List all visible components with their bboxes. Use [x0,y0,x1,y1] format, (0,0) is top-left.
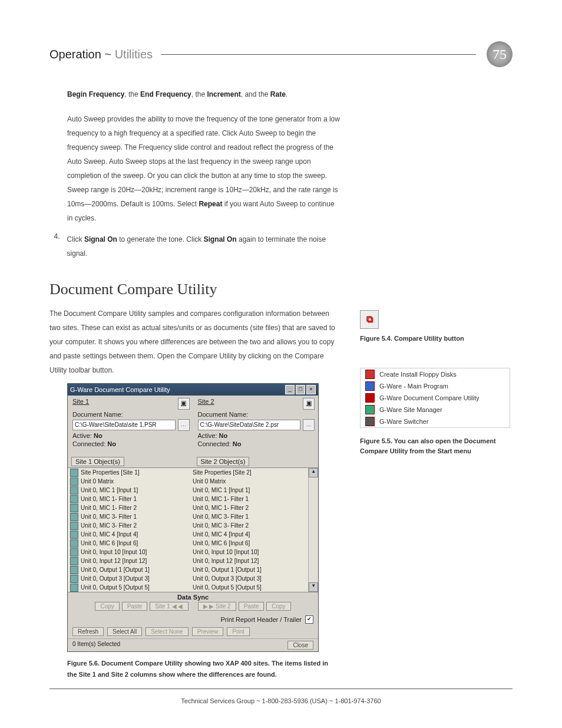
list-item[interactable]: Unit 0, Output 5 [Output 5] [68,583,190,592]
site2-objects-button[interactable]: Site 2 Object(s) [197,457,250,466]
site2-path-field[interactable]: C:\G-Ware\SiteData\Site 2.psr [198,420,301,430]
list-label: Unit 0, Input 10 [Input 10] [193,549,259,555]
list-item[interactable]: Unit 0, MIC 1- Filter 1 [68,495,190,503]
select-all-button[interactable]: Select All [107,627,142,636]
auto-sweep-paragraph: Auto Sweep provides the ability to move … [67,112,341,225]
list-item[interactable]: Unit 0, MIC 3- Filter 2 [190,521,308,530]
list-label: Unit 0, MIC 1 [Input 1] [193,487,250,493]
list-item[interactable]: Unit 0, Output 3 [Output 3] [68,574,190,583]
start-menu-item[interactable]: G-Ware - Main Program [361,380,510,392]
list-item[interactable]: Unit 0, Input 12 [Input 12] [68,556,190,565]
list-label: Unit 0, MIC 4 [Input 4] [193,531,250,538]
list-item[interactable]: Unit 0, MIC 6 [Input 6] [68,539,190,548]
list-item[interactable]: Unit 0, MIC 1 [Input 1] [190,486,308,495]
site2-open-icon[interactable]: ▣ [303,398,315,410]
list-item[interactable]: Unit 0, MIC 4 [Input 4] [190,530,308,539]
list-item[interactable]: Unit 0, MIC 1 [Input 1] [68,486,190,495]
site2-browse-button[interactable]: … [303,419,315,431]
minimize-button[interactable]: _ [285,385,295,394]
site2-objects-list[interactable]: Site Properties [Site 2]Unit 0 MatrixUni… [190,468,308,592]
site2-docname-label: Document Name: [198,411,315,418]
list-item[interactable]: Unit 0, MIC 3- Filter 1 [68,512,190,521]
to-site1-button[interactable]: Site 1 ◀ ◀ [150,602,188,611]
start-menu-label: G-Ware Switcher [379,418,428,425]
list-item[interactable]: Unit 0, Input 12 [Input 12] [190,556,308,565]
list-label: Unit 0, MIC 3- Filter 1 [81,513,137,520]
site1-browse-button[interactable]: … [178,419,190,431]
list-label: Unit 0, MIC 1- Filter 1 [193,496,249,502]
start-menu-item[interactable]: Create Install Floppy Disks [361,368,510,380]
section-heading: Document Compare Utility [49,281,341,298]
list-item[interactable]: Unit 0, Input 10 [Input 10] [68,548,190,556]
start-menu-snippet: Create Install Floppy DisksG-Ware - Main… [360,368,510,428]
list-item[interactable]: Unit 0 Matrix [190,477,308,486]
start-menu-label: G-Ware Document Compare Utility [379,394,480,401]
copy-left-button[interactable]: Copy [95,602,119,611]
list-item[interactable]: Unit 0, MIC 1- Filter 2 [190,503,308,512]
start-menu-item[interactable]: G-Ware Switcher [361,416,510,427]
footer-rule [49,689,513,689]
list-label: Unit 0, MIC 3- Filter 1 [193,513,249,520]
list-item[interactable]: Unit 0, MIC 3- Filter 1 [190,512,308,521]
scroll-up-icon[interactable]: ▲ [309,468,318,477]
list-item[interactable]: Unit 0, Output 1 [Output 1] [68,565,190,574]
data-sync-label: Data Sync [68,592,318,601]
list-label: Unit 0, MIC 4 [Input 4] [81,531,138,538]
list-item[interactable]: Unit 0, Input 10 [Input 10] [190,548,308,556]
site2-active-value: No [219,432,228,439]
site1-path-field[interactable]: C:\G-Ware\SiteData\site 1.PSR [72,420,176,430]
figure-5-5-caption: Figure 5.5. You can also open the Docume… [360,436,510,457]
site1-heading: Site 1 [72,398,89,405]
refresh-button[interactable]: Refresh [72,627,104,636]
start-menu-item[interactable]: G-Ware Site Manager [361,404,510,416]
bold-begin-frequency: Begin Frequency [67,90,124,98]
document-compare-window: G-Ware Document Compare Utility _ □ × Si… [67,383,319,652]
site1-open-icon[interactable]: ▣ [178,398,190,410]
list-item[interactable]: Unit 0 Matrix [68,477,190,486]
list-label: Unit 0, MIC 1- Filter 2 [81,505,137,511]
list-item[interactable]: Unit 0, Output 1 [Output 1] [190,565,308,574]
object-icon [70,486,78,495]
bold-repeat: Repeat [199,200,222,208]
start-menu-icon [365,405,375,414]
object-icon [70,539,78,548]
bold-end-frequency: End Frequency [140,90,191,98]
start-menu-item[interactable]: G-Ware Document Compare Utility [361,392,510,404]
scroll-down-icon[interactable]: ▼ [309,582,318,592]
frequency-params-line: Begin Frequency, the End Frequency, the … [67,87,341,101]
list-item[interactable]: Site Properties [Site 2] [190,468,308,477]
list-item[interactable]: Site Properties [Site 1] [68,468,190,477]
print-button[interactable]: Print [227,627,250,636]
list-label: Unit 0, Output 3 [Output 3] [193,575,262,582]
paste-right-button[interactable]: Paste [239,602,265,611]
list-label: Unit 0, Input 10 [Input 10] [81,549,147,555]
print-header-trailer-checkbox[interactable]: ✔ [305,615,313,624]
select-none-button[interactable]: Select None [146,627,188,636]
start-menu-icon [365,417,375,426]
paste-left-button[interactable]: Paste [122,602,148,611]
site1-objects-list[interactable]: Site Properties [Site 1]Unit 0 MatrixUni… [68,468,190,592]
list-item[interactable]: Unit 0, MIC 1- Filter 2 [68,503,190,512]
scrollbar[interactable]: ▲ ▼ [308,468,318,592]
close-button[interactable]: Close [287,641,313,650]
list-label: Unit 0, MIC 1- Filter 1 [81,496,137,502]
to-site2-button[interactable]: ▶ ▶ Site 2 [198,602,236,611]
objects-list-area: Site Properties [Site 1]Unit 0 MatrixUni… [68,467,318,592]
list-label: Unit 0, Input 12 [Input 12] [193,558,259,564]
list-label: Unit 0, MIC 6 [Input 6] [193,540,250,546]
maximize-button[interactable]: □ [296,385,305,394]
step-4: 4. Click Signal On to generate the tone.… [49,232,341,261]
site1-objects-button[interactable]: Site 1 Object(s) [71,457,124,466]
close-window-button[interactable]: × [306,385,316,394]
list-item[interactable]: Unit 0, Output 5 [Output 5] [190,583,308,592]
preview-button[interactable]: Preview [192,627,224,636]
copy-right-button[interactable]: Copy [266,602,290,611]
list-item[interactable]: Unit 0, MIC 3- Filter 2 [68,521,190,530]
list-item[interactable]: Unit 0, MIC 4 [Input 4] [68,530,190,539]
list-label: Unit 0, Output 5 [Output 5] [81,584,150,591]
list-item[interactable]: Unit 0, MIC 1- Filter 1 [190,495,308,503]
list-item[interactable]: Unit 0, Output 3 [Output 3] [190,574,308,583]
object-icon [70,548,78,556]
list-item[interactable]: Unit 0, MIC 6 [Input 6] [190,539,308,548]
header-rule [161,54,476,55]
